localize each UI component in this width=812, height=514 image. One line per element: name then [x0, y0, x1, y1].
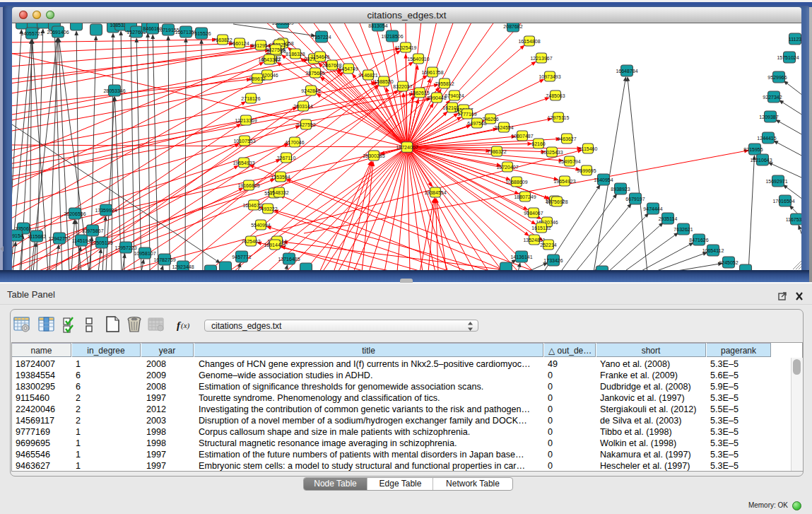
svg-text:1167533: 1167533: [786, 217, 801, 222]
svg-text:7515526: 7515526: [192, 31, 211, 36]
svg-text:9827505: 9827505: [266, 47, 285, 52]
svg-text:1733426: 1733426: [543, 258, 563, 263]
svg-text:1640954: 1640954: [594, 177, 613, 182]
svg-text:5540994: 5540994: [251, 223, 270, 228]
svg-text:8186328: 8186328: [286, 52, 305, 57]
svg-text:7357224: 7357224: [312, 35, 331, 40]
svg-text:2803144: 2803144: [293, 104, 312, 109]
svg-text:9245052: 9245052: [719, 260, 738, 265]
svg-text:18724007: 18724007: [396, 145, 418, 150]
svg-text:25300285: 25300285: [363, 153, 384, 158]
svg-text:12505135: 12505135: [90, 240, 112, 245]
svg-text:9427552: 9427552: [296, 122, 315, 127]
svg-text:11123: 11123: [789, 37, 801, 42]
svg-text:12213369: 12213369: [235, 118, 257, 123]
svg-text:3875685: 3875685: [305, 71, 324, 76]
svg-text:11325419: 11325419: [395, 45, 417, 50]
svg-text:8938923: 8938923: [611, 187, 630, 192]
svg-text:10975867: 10975867: [81, 228, 103, 233]
svg-text:12923448: 12923448: [172, 264, 194, 269]
svg-text:1115682: 1115682: [28, 234, 46, 239]
svg-text:10756928: 10756928: [546, 199, 567, 204]
svg-text:10654112: 10654112: [702, 248, 724, 253]
svg-text:10688609: 10688609: [505, 180, 527, 185]
svg-text:1154646: 1154646: [311, 54, 330, 59]
svg-text:12213967: 12213967: [530, 56, 552, 61]
svg-text:10807487: 10807487: [511, 134, 533, 139]
svg-text:1588520: 1588520: [374, 79, 393, 84]
svg-text:6794024: 6794024: [445, 93, 464, 98]
svg-text:12942757: 12942757: [48, 236, 70, 241]
svg-text:15692971: 15692971: [765, 179, 787, 184]
svg-text:15640910: 15640910: [407, 57, 429, 62]
svg-text:9777169: 9777169: [457, 112, 476, 117]
svg-text:1244415: 1244415: [757, 136, 776, 141]
svg-text:1209387: 1209387: [759, 115, 778, 119]
svg-text:39154: 39154: [12, 233, 23, 238]
svg-text:8215955: 8215955: [743, 147, 763, 152]
svg-text:746266: 746266: [482, 117, 498, 122]
svg-text:1548332: 1548332: [269, 190, 288, 195]
svg-text:10958107: 10958107: [134, 251, 155, 256]
svg-text:16154808: 16154808: [518, 39, 540, 44]
svg-text:19654923: 19654923: [553, 179, 575, 184]
svg-text:3624554: 3624554: [494, 125, 513, 130]
svg-text:20206556: 20206556: [64, 211, 86, 216]
svg-text:9115460: 9115460: [579, 146, 598, 151]
svg-text:16033809: 16033809: [271, 23, 293, 25]
svg-text:5493222: 5493222: [258, 206, 277, 211]
svg-text:6679197: 6679197: [625, 197, 645, 201]
svg-text:(x): (x): [181, 321, 190, 330]
svg-text:62160: 62160: [531, 141, 546, 146]
svg-text:8454749: 8454749: [339, 66, 358, 71]
svg-text:17359924: 17359924: [95, 208, 117, 213]
svg-text:16782759: 16782759: [153, 257, 175, 262]
svg-text:9457771: 9457771: [232, 255, 251, 259]
svg-text:8322037: 8322037: [393, 84, 412, 89]
svg-text:10973493: 10973493: [539, 74, 560, 79]
svg-text:9463627: 9463627: [557, 136, 576, 141]
svg-text:9474444: 9474444: [643, 206, 662, 211]
svg-text:10107553: 10107553: [233, 139, 255, 144]
svg-text:3267110: 3267110: [277, 156, 296, 160]
svg-text:1353594: 1353594: [271, 175, 290, 180]
svg-text:6497568: 6497568: [467, 121, 486, 126]
svg-text:4170046: 4170046: [285, 140, 304, 145]
svg-text:9242848: 9242848: [301, 88, 320, 93]
svg-text:9146821: 9146821: [358, 73, 377, 78]
svg-text:7955812: 7955812: [435, 81, 454, 86]
svg-text:2935114: 2935114: [659, 216, 678, 221]
svg-text:7632621: 7632621: [673, 227, 693, 232]
svg-text:8813054: 8813054: [368, 23, 387, 28]
svg-text:15751024: 15751024: [777, 55, 799, 60]
svg-text:12975115: 12975115: [548, 115, 570, 120]
svg-text:16543362: 16543362: [258, 57, 280, 62]
svg-text:19166825: 19166825: [237, 183, 259, 188]
svg-text:252214: 252214: [540, 243, 556, 247]
svg-text:16914479: 16914479: [264, 243, 286, 247]
svg-text:9529966: 9529966: [767, 75, 787, 80]
svg-text:7625402: 7625402: [241, 239, 260, 244]
svg-text:16961758: 16961758: [421, 70, 443, 75]
svg-text:17016504: 17016504: [772, 199, 794, 204]
svg-text:15720407: 15720407: [496, 165, 518, 170]
svg-text:18807249: 18807249: [514, 194, 536, 199]
svg-text:13716485: 13716485: [278, 257, 300, 262]
svg-text:2087682: 2087682: [503, 24, 522, 29]
svg-text:8471626: 8471626: [689, 238, 708, 243]
svg-text:9084067: 9084067: [524, 211, 543, 216]
svg-text:989612: 989612: [249, 76, 265, 81]
svg-text:19384554: 19384554: [424, 190, 446, 195]
svg-text:14136141: 14136141: [510, 255, 532, 259]
svg-text:1145194: 1145194: [72, 238, 91, 243]
svg-text:8990448: 8990448: [427, 95, 446, 100]
svg-text:10025433: 10025433: [541, 150, 563, 155]
svg-text:19218506: 19218506: [381, 34, 403, 39]
svg-text:17957223: 17957223: [114, 245, 136, 250]
svg-text:16648784: 16648784: [616, 69, 637, 74]
svg-text:9227342: 9227342: [763, 95, 782, 100]
svg-text:1362615: 1362615: [410, 90, 429, 95]
svg-text:7986322: 7986322: [487, 149, 506, 154]
svg-text:1615132: 1615132: [531, 226, 551, 230]
svg-text:9699695: 9699695: [577, 168, 596, 173]
